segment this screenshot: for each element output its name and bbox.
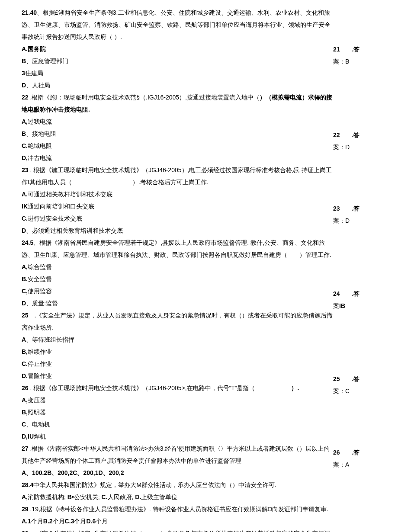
q26-num: 26 bbox=[22, 385, 29, 391]
q21-option-d: D、人社局 bbox=[22, 79, 333, 91]
q23-option-d: D、必须通过相关教育培训和技术交底 bbox=[22, 224, 333, 237]
answer-23: 23 .答案：D bbox=[333, 202, 376, 227]
q27-options: A、100.2B、200,2C、200,1D、200,2 bbox=[22, 467, 333, 479]
q22-option-a: A,过我电流 bbox=[22, 115, 333, 128]
q23-option-c: C.进行过安全技术交底 bbox=[22, 212, 333, 224]
q25-option-d: D.冒险作业 bbox=[22, 370, 333, 382]
q24-option-d: D、质量:监督 bbox=[22, 297, 333, 309]
q22-option-b: B、接地电阻 bbox=[22, 128, 333, 140]
q23-stem: 23 . 根据《施工现场临时用电安全技术规范》（JGJ46-2005）,电工必须… bbox=[22, 164, 333, 188]
answer-21: 21 .答案：B bbox=[333, 43, 376, 67]
q26-option-c: C、电动机 bbox=[22, 418, 333, 430]
q21-option-a: A.国务院 bbox=[22, 43, 333, 55]
q26-stem: 26 . 根据《俢工现场施时用电安全技术规范》（JGJ46-2005>,在电路中… bbox=[22, 382, 333, 394]
q27-stem: 27 .根据《湖南省实郎<中华人民共和国消防法>办法3.经首'使用建筑面积〈〉平… bbox=[22, 442, 333, 467]
q26-option-a: A,变压器 bbox=[22, 394, 333, 406]
answer-24: 24 .答案IB bbox=[333, 288, 376, 312]
q22-num: 22 bbox=[22, 94, 29, 101]
q27-num: 27 bbox=[22, 445, 29, 452]
q25-option-c: C.停止作业 bbox=[22, 358, 333, 370]
q21-option-c: 3住建局 bbox=[22, 67, 333, 79]
q25-num: 25 bbox=[22, 312, 29, 319]
q21-stem: 21.40、根据£湖两省安全生产条例3,工业和信息化、公安、住院和城乡建设、交通… bbox=[22, 6, 333, 43]
q24-option-a: A,综合监督 bbox=[22, 261, 333, 273]
q23-num: 23 bbox=[22, 167, 29, 173]
answer-26: 26 .答案：A bbox=[333, 446, 376, 471]
q25-stem: 25 .《安全生产法》規定，从业人员发现直接危及人身安全的紧急情况时，有权（）或… bbox=[22, 309, 333, 333]
q24-option-b: B.安全监督 bbox=[22, 273, 333, 285]
q30-num: 30 bbox=[22, 530, 29, 532]
q22-option-d: D,冲古电流 bbox=[22, 152, 333, 164]
q28-num: 28.4 bbox=[22, 481, 33, 488]
q23-option-a: A.可通过相关教杆培训和技术交底 bbox=[22, 188, 333, 200]
q25-option-b: B,维续作业 bbox=[22, 346, 333, 358]
q24-num: 24.5 bbox=[22, 239, 33, 246]
q21-num: 21.40 bbox=[22, 9, 37, 16]
q24-stem: 24.5、根据《湖南省居民自建房安全管理若干规定》,县媛以上人民政府市场监督管理… bbox=[22, 237, 333, 261]
q21-option-b: B、应急管理部门 bbox=[22, 55, 333, 67]
question-column: 21.40、根据£湖两省安全生产条例3,工业和信息化、公安、住院和城乡建设、交通… bbox=[22, 6, 333, 532]
answer-25: 25 .答案：C bbox=[333, 373, 376, 397]
q26-option-d: D,IU焊机 bbox=[22, 430, 333, 442]
q25-option-a: A、等待班组长指挥 bbox=[22, 333, 333, 346]
q23-option-b: IK通过向前培训和口头交底 bbox=[22, 200, 333, 212]
q22-stem: 22 .根擀《施I：现场临时用电安全技术双范§（.IGJ16-2005）,按通过… bbox=[22, 91, 333, 115]
q29-num: 29 bbox=[22, 506, 29, 513]
q30-stem: 30 .《安全生产法》煨定. 生产经淄单位的（ ）必须具备与本单位所从事的生产经… bbox=[22, 527, 333, 532]
q29-options: A.1个月B.2个月C.3个月D.6个月 bbox=[22, 515, 333, 527]
q28-stem: 28.4中华人民共和国消防法》规定，举办大M群众性活动，承办人应当依法向（）中清… bbox=[22, 479, 333, 491]
q28-options: A,消防救援机构; B•公安机关; C.人民政府, D.上级主管单位 bbox=[22, 491, 333, 503]
q22-option-c: C.绝域电阻 bbox=[22, 140, 333, 152]
answer-22: 22 .答案：D bbox=[333, 129, 376, 153]
q29-stem: 29 .19,根据《特种设各作业人员监督粧理办法》. 特种设备作业人员资格证书应… bbox=[22, 503, 333, 515]
q26-option-b: B,照明器 bbox=[22, 406, 333, 418]
q24-option-c: C,使用监容 bbox=[22, 285, 333, 297]
